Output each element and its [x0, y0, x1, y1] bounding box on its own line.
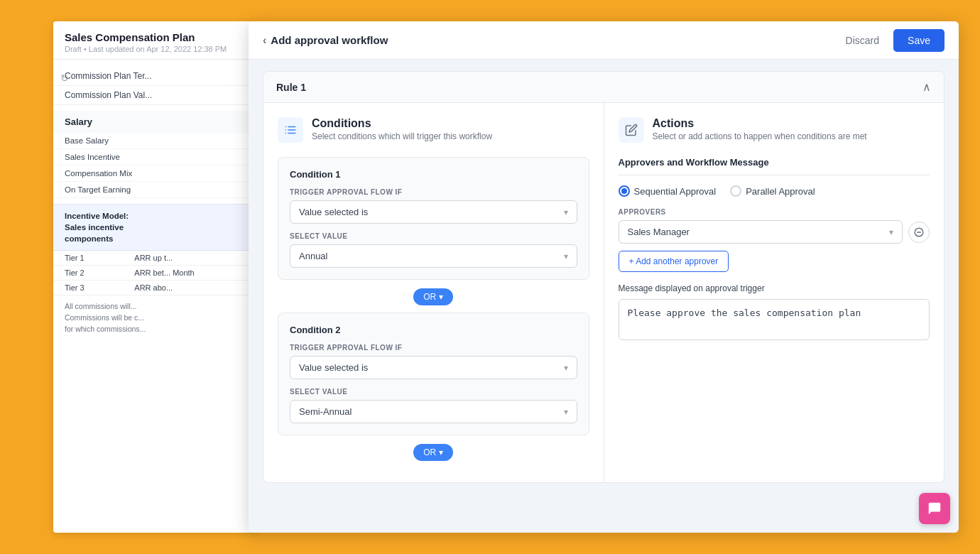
or-button-2[interactable]: OR ▾ [413, 444, 453, 461]
tier-1-row: Tier 1 ARR up t... [53, 251, 259, 266]
or-button-1-container: OR ▾ [278, 288, 589, 305]
footer-text: All commissions will...Commissions will … [53, 295, 259, 340]
or-button-2-container: OR ▾ [278, 444, 589, 461]
bg-doc-meta: Draft • Last updated on Apr 12, 2022 12:… [65, 45, 248, 53]
on-target-earning-label: On Target Earning [65, 185, 131, 194]
parallel-label: Parallel Approval [746, 186, 815, 197]
tier-2-row: Tier 2 ARR bet... Month [53, 266, 259, 281]
actions-title: Actions [653, 117, 867, 130]
save-button[interactable]: Save [893, 29, 944, 52]
on-target-earning-row: On Target Earning [53, 182, 259, 198]
collapse-icon[interactable]: ∧ [922, 80, 931, 94]
approver-select[interactable]: Sales Manager ▾ [619, 220, 903, 244]
sequential-label: Sequential Approval [634, 186, 717, 197]
conditions-title: Conditions [312, 117, 492, 130]
rule-1-container: Rule 1 ∧ [263, 71, 944, 483]
chat-fab-button[interactable] [919, 493, 950, 524]
conditions-panel: Conditions Select conditions which will … [263, 103, 604, 482]
modal-title: Add approval workflow [271, 34, 388, 46]
rule-title: Rule 1 [276, 82, 306, 93]
chat-icon [927, 501, 942, 516]
actions-icon-box [619, 117, 644, 143]
trigger-label-2: TRIGGER APPROVAL FLOW IF [290, 344, 577, 352]
compensation-mix-label: Compensation Mix [65, 169, 132, 178]
chevron-down-icon-2: ▾ [564, 251, 568, 261]
chevron-down-icon: ▾ [564, 207, 568, 217]
sequential-radio-circle [619, 185, 630, 197]
list-icon [284, 124, 297, 136]
bg-doc-section-1: Commission Plan Ter... [53, 67, 259, 86]
or-button-1[interactable]: OR ▾ [413, 288, 453, 305]
compensation-mix-row: Compensation Mix [53, 165, 259, 182]
approval-workflow-modal: ‹ Add approval workflow Discard Save Rul… [249, 21, 959, 533]
condition-2-title: Condition 2 [290, 325, 577, 335]
remove-approver-icon[interactable] [908, 222, 930, 243]
approvers-label: Approvers [619, 208, 930, 216]
sales-incentive-label: Sales Incentive [65, 153, 120, 161]
rule-header: Rule 1 ∧ [263, 72, 944, 103]
parallel-approval-option[interactable]: Parallel Approval [730, 185, 815, 197]
back-button[interactable]: ‹ Add approval workflow [263, 34, 388, 47]
trigger-value-select-2[interactable]: Value selected is ▾ [290, 356, 577, 379]
base-salary-label: Base Salary [65, 136, 109, 145]
modal-header: ‹ Add approval workflow Discard Save [249, 21, 959, 60]
sales-incentive-row: Sales Incentive [53, 149, 259, 165]
select-value-1[interactable]: Annual ▾ [290, 244, 577, 268]
parallel-radio-circle [730, 185, 741, 197]
add-approver-button[interactable]: + Add another approver [619, 251, 729, 272]
chevron-down-icon-or1: ▾ [439, 292, 443, 302]
chevron-down-icon-or2: ▾ [439, 447, 443, 457]
conditions-panel-text: Conditions Select conditions which will … [312, 117, 492, 141]
chevron-down-icon-3: ▾ [564, 363, 568, 373]
approvers-section-title: Approvers and Workflow Message [619, 157, 930, 175]
tier-table: Tier 1 ARR up t... Tier 2 ARR bet... Mon… [53, 251, 259, 295]
select-value-label-2: SELECT VALUE [290, 388, 577, 396]
approvers-row: Sales Manager ▾ [619, 220, 930, 244]
refresh-icon[interactable]: ↻ [60, 72, 69, 84]
approval-type-radio-group: Sequential Approval Parallel Approval [619, 185, 930, 197]
trigger-label-1: TRIGGER APPROVAL FLOW IF [290, 188, 577, 196]
back-icon: ‹ [263, 34, 266, 47]
conditions-icon-box [278, 117, 303, 143]
actions-panel: Actions Select or add actions to happen … [604, 103, 944, 482]
background-document: Sales Compensation Plan Draft • Last upd… [53, 21, 259, 533]
actions-panel-text: Actions Select or add actions to happen … [653, 117, 867, 141]
condition-1-block: Condition 1 TRIGGER APPROVAL FLOW IF Val… [278, 157, 589, 280]
rule-body: Conditions Select conditions which will … [263, 103, 944, 482]
tier-3-row: Tier 3 ARR abo... [53, 281, 259, 295]
message-textarea[interactable]: Please approve the sales compensation pl… [619, 299, 930, 340]
incentive-block-title: Incentive Model:Sales incentivecomponent… [65, 210, 248, 244]
sequential-approval-option[interactable]: Sequential Approval [619, 185, 717, 197]
select-value-label-1: SELECT VALUE [290, 232, 577, 240]
bg-doc-section-2: Commission Plan Val... [53, 86, 259, 105]
conditions-panel-header: Conditions Select conditions which will … [278, 117, 589, 143]
modal-body: Rule 1 ∧ [249, 60, 959, 533]
chevron-down-icon-4: ▾ [564, 407, 568, 417]
trigger-value-select-1[interactable]: Value selected is ▾ [290, 200, 577, 224]
conditions-subtitle: Select conditions which will trigger thi… [312, 131, 492, 141]
condition-2-block: Condition 2 TRIGGER APPROVAL FLOW IF Val… [278, 313, 589, 435]
bg-doc-header: Sales Compensation Plan Draft • Last upd… [53, 21, 259, 60]
actions-panel-header: Actions Select or add actions to happen … [619, 117, 930, 143]
bg-doc-body: Commission Plan Ter... Commission Plan V… [53, 60, 259, 348]
actions-subtitle: Select or add actions to happen when con… [653, 131, 867, 141]
salary-header: Salary [53, 111, 259, 133]
discard-button[interactable]: Discard [837, 31, 888, 50]
message-label: Message displayed on approval trigger [619, 283, 930, 293]
select-value-2[interactable]: Semi-Annual ▾ [290, 400, 577, 423]
pencil-icon [625, 124, 638, 136]
condition-1-title: Condition 1 [290, 169, 577, 180]
base-salary-row: Base Salary [53, 133, 259, 149]
bg-doc-title: Sales Compensation Plan [65, 31, 248, 43]
chevron-down-icon-approver: ▾ [889, 227, 893, 237]
